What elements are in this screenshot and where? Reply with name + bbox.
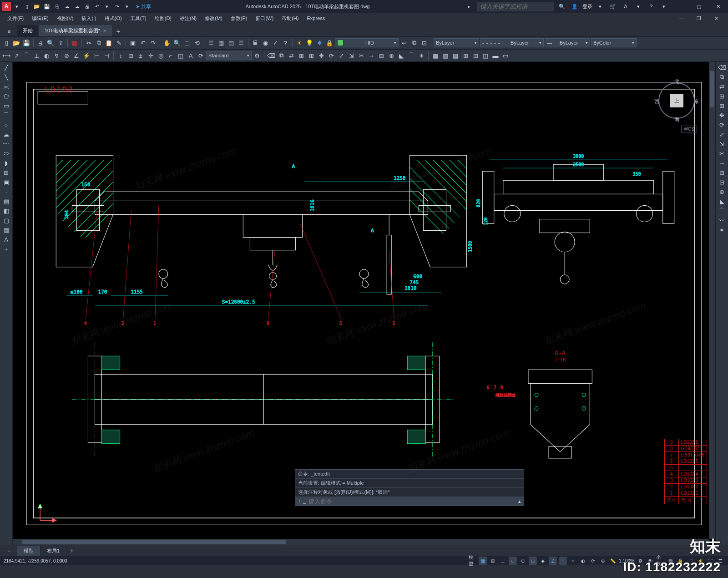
login-dd-icon[interactable]: ▾ — [595, 1, 605, 11]
freeze-icon[interactable]: ❄ — [315, 38, 324, 47]
print-icon[interactable]: 🖨 — [83, 2, 91, 10]
share-button[interactable]: ➤ 共享 — [136, 3, 151, 10]
table-icon[interactable]: ▦ — [1, 225, 11, 234]
help-dd-icon[interactable]: ▾ — [659, 1, 669, 11]
tbl-icon[interactable]: ▦ — [431, 51, 440, 60]
tab-close-icon[interactable]: × — [103, 27, 106, 34]
layer-iso-icon[interactable]: ⊡ — [420, 38, 429, 47]
search-toggle-icon[interactable]: ▸ — [464, 1, 474, 11]
dim-continue-icon[interactable]: ⊣ — [102, 51, 111, 60]
design-center-icon[interactable]: ▦ — [217, 38, 226, 47]
fillet2-icon[interactable]: ⌒ — [718, 206, 727, 215]
viewcube-north[interactable]: 北 — [674, 78, 679, 85]
menu-file[interactable]: 文件(F) — [4, 14, 27, 23]
markup-icon[interactable]: ☰ — [237, 38, 246, 47]
inspect-icon[interactable]: ◎ — [156, 51, 165, 60]
join2-icon[interactable]: ⊕ — [718, 187, 727, 196]
mod-fillet-icon[interactable]: ⌒ — [407, 51, 416, 60]
command-input[interactable] — [308, 498, 516, 505]
cut-icon[interactable]: ✂ — [84, 38, 93, 47]
zoom-realtime-icon[interactable]: 🔍 — [172, 38, 182, 47]
pline-icon[interactable]: ⩙ — [1, 82, 11, 91]
search-input[interactable] — [477, 2, 554, 11]
zoom-window-icon[interactable]: ⬚ — [182, 38, 192, 47]
lock-icon[interactable]: 🔒 — [325, 38, 334, 47]
mod-trim-icon[interactable]: ✂ — [357, 51, 366, 60]
menu-view[interactable]: 视图(V) — [53, 14, 77, 23]
annoscale-icon[interactable]: 📏 — [609, 557, 617, 565]
menu-insert[interactable]: 插入(I) — [78, 14, 100, 23]
mod-scale-icon[interactable]: ⤢ — [337, 51, 346, 60]
tbl6-icon[interactable]: ◫ — [481, 51, 490, 60]
tab-start[interactable]: 开始 — [17, 25, 38, 36]
redo-dd-icon[interactable]: ▾ — [123, 2, 131, 10]
tabbar-menu-icon[interactable]: ≡ — [3, 26, 15, 36]
open-file-icon[interactable]: 📂 — [12, 38, 21, 47]
dim-update-icon[interactable]: ⟳ — [196, 51, 205, 60]
rotate2-icon[interactable]: ⟳ — [718, 120, 727, 129]
print-tool-icon[interactable]: 🖨 — [36, 38, 45, 47]
dim-edit-icon[interactable]: ◫ — [176, 51, 185, 60]
break2-icon[interactable]: ⊟ — [718, 177, 727, 187]
tab-add-button[interactable]: + — [113, 26, 124, 36]
mod-mirror-icon[interactable]: ⇄ — [287, 51, 296, 60]
layer-dropdown[interactable]: HID ▾ — [335, 38, 399, 47]
mod-rotate-icon[interactable]: ⟳ — [327, 51, 336, 60]
viewcube[interactable]: 上 北 南 东 西 — [656, 80, 697, 121]
copy-icon[interactable]: ⧉ — [94, 38, 103, 47]
lwt-toggle-icon[interactable]: ≡ — [569, 557, 577, 565]
layout-menu-icon[interactable]: ≡ — [3, 546, 15, 556]
viewcube-top-face[interactable]: 上 — [670, 94, 683, 107]
dimstyle-dropdown[interactable]: Standard ▾ — [206, 51, 252, 60]
make-block-icon[interactable]: ▣ — [1, 177, 11, 187]
app-logo[interactable]: A — [2, 2, 11, 11]
color-dropdown[interactable]: ByColor ▾ — [591, 38, 637, 47]
help-tool-icon[interactable]: ? — [281, 38, 290, 47]
dim-quick-icon[interactable]: ⚡ — [82, 51, 91, 60]
trim2-icon[interactable]: ✂ — [718, 149, 727, 158]
sheet-set-icon[interactable]: ▦ — [70, 38, 79, 47]
addsel-icon[interactable]: + — [1, 244, 11, 254]
move2-icon[interactable]: ✥ — [718, 111, 727, 120]
maximize-button[interactable]: ▢ — [691, 1, 707, 11]
save-icon[interactable]: 💾 — [43, 2, 51, 10]
layer-prev-icon[interactable]: ↩ — [399, 38, 409, 47]
polar-toggle-icon[interactable]: ⊙ — [519, 557, 527, 565]
new-file-icon[interactable]: ▯ — [2, 38, 11, 47]
cart-icon[interactable]: 🛒 — [608, 1, 618, 11]
point-icon[interactable]: · — [1, 187, 11, 196]
dropdown-icon[interactable]: ▾ — [13, 2, 21, 10]
saveas-icon[interactable]: ⎘ — [53, 2, 61, 10]
jog-line-icon[interactable]: ⌐ — [166, 51, 175, 60]
help-icon[interactable]: ? — [646, 1, 656, 11]
gradient-icon[interactable]: ◧ — [1, 206, 11, 215]
menu-window[interactable]: 窗口(W) — [252, 14, 277, 23]
redo-icon[interactable]: ↷ — [113, 2, 121, 10]
dim-break-icon[interactable]: ⊟ — [126, 51, 135, 60]
insert-block-icon[interactable]: ⊞ — [1, 168, 11, 177]
tbl2-icon[interactable]: ▥ — [441, 51, 450, 60]
mdi-minimize-button[interactable]: — — [673, 13, 690, 23]
minimize-button[interactable]: — — [672, 1, 688, 11]
user-icon[interactable]: 👤 — [570, 1, 580, 11]
tbl4-icon[interactable]: ⊞ — [461, 51, 470, 60]
ortho-toggle-icon[interactable]: ∟ — [509, 557, 517, 565]
hatch-icon[interactable]: ▤ — [1, 197, 11, 206]
break-pt-icon[interactable]: ⊟ — [718, 168, 727, 177]
save-file-icon[interactable]: 💾 — [22, 38, 31, 47]
zoom-prev-icon[interactable]: ⟲ — [192, 38, 202, 47]
dim-arc-icon[interactable]: ⌒ — [22, 51, 31, 60]
cmd-history-icon[interactable]: ▴ — [518, 498, 521, 504]
redo2-icon[interactable]: ↷ — [148, 38, 157, 47]
ellipse-icon[interactable]: ⬭ — [1, 149, 11, 158]
dim-tedit-icon[interactable]: A — [186, 51, 195, 60]
tab-document[interactable]: 10T电动单梁起重机套图* × — [39, 25, 112, 36]
open-icon[interactable]: 📂 — [33, 2, 41, 10]
ellipse-arc-icon[interactable]: ◗ — [1, 158, 11, 167]
revcloud-icon[interactable]: ☁ — [1, 130, 11, 139]
layer-state-icon[interactable]: ⧉ — [410, 38, 419, 47]
qcalc-icon[interactable]: 🖩 — [251, 38, 260, 47]
search-icon[interactable]: 🔍 — [557, 1, 567, 11]
tab-model[interactable]: 模型 — [17, 546, 40, 556]
dim-baseline-icon[interactable]: ⊢ — [92, 51, 101, 60]
